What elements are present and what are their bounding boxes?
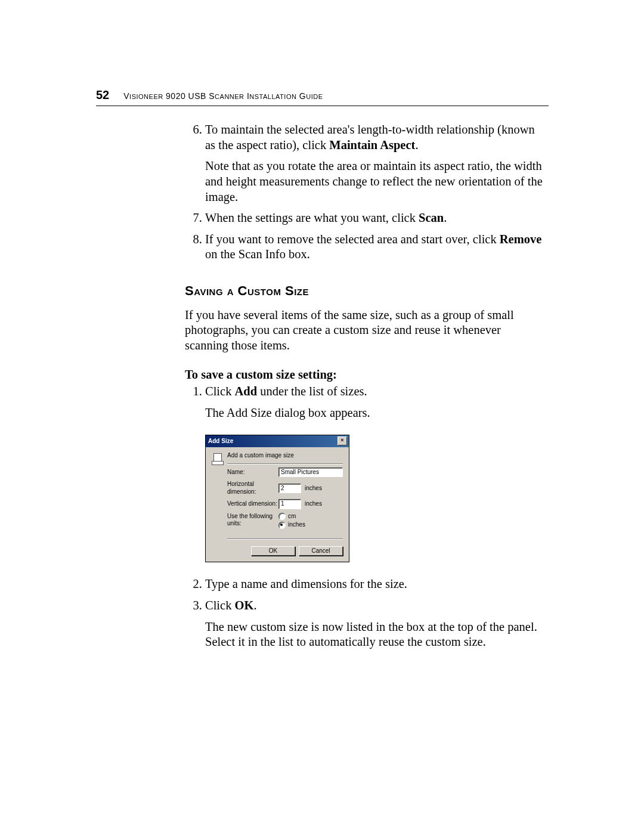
page: 52 VISIONEER 9020 USB SCANNER INSTALLATI…	[0, 0, 644, 833]
name-label: Name:	[227, 469, 278, 476]
header-title: VISIONEER 9020 USB SCANNER INSTALLATION …	[123, 91, 323, 101]
step-6-note: Note that as you rotate the area or main…	[205, 159, 546, 205]
proc-step-3-note: The new custom size is now listed in the…	[205, 620, 546, 650]
dialog-title: Add Size	[208, 438, 233, 445]
section-title: Saving a Custom Size	[185, 283, 546, 299]
dialog-buttons: OK Cancel	[206, 546, 349, 562]
units-row: Use the following units: cm inches	[227, 513, 343, 530]
ok-button[interactable]: OK	[251, 546, 295, 556]
vertical-row: Vertical dimension: 1 inches	[227, 499, 343, 509]
procedure-steps-list-cont: Type a name and dimensions for the size.…	[185, 577, 546, 650]
horizontal-label: Horizontal dimension:	[227, 481, 278, 496]
horizontal-field[interactable]: 2	[278, 484, 301, 494]
horizontal-row: Horizontal dimension: 2 inches	[227, 481, 343, 496]
dialog-form: Name: Small Pictures Horizontal dimensio…	[227, 467, 343, 539]
step-7: When the settings are what you want, cli…	[205, 210, 546, 226]
vertical-label: Vertical dimension:	[227, 500, 278, 508]
cancel-button[interactable]: Cancel	[299, 546, 343, 556]
dialog-instruction-row: Add a custom image size	[212, 452, 343, 467]
proc-step-1: Click Add under the list of sizes. The A…	[205, 384, 546, 420]
close-icon[interactable]: ×	[338, 436, 347, 445]
add-size-dialog-figure: Add Size × Add a custom image size Name:…	[205, 435, 546, 562]
ruler-icon	[212, 452, 222, 465]
vertical-field[interactable]: 1	[278, 499, 301, 509]
proc-step-1-note: The Add Size dialog box appears.	[205, 405, 546, 421]
units-label: Use the following units:	[227, 513, 278, 528]
page-header: 52 VISIONEER 9020 USB SCANNER INSTALLATI…	[96, 88, 549, 106]
radio-inches-option[interactable]: inches	[278, 521, 305, 529]
section-intro: If you have several items of the same si…	[185, 308, 546, 354]
proc-step-2: Type a name and dimensions for the size.	[205, 577, 546, 592]
step-6: To maintain the selected area's length-t…	[205, 122, 546, 205]
dialog-titlebar: Add Size ×	[206, 435, 349, 447]
proc-step-3: Click OK. The new custom size is now lis…	[205, 598, 546, 650]
radio-cm-icon	[278, 513, 286, 520]
name-field[interactable]: Small Pictures	[278, 467, 343, 478]
radio-inches-label: inches	[288, 521, 305, 529]
page-number: 52	[96, 88, 109, 102]
radio-inches-icon	[278, 522, 286, 529]
radio-cm-label: cm	[288, 513, 296, 521]
vertical-unit: inches	[305, 500, 322, 508]
content-area: To maintain the selected area's length-t…	[185, 122, 546, 656]
dialog-body: Add a custom image size Name: Small Pict…	[206, 447, 349, 546]
units-radio-group: cm inches	[278, 513, 305, 530]
step-8: If you want to remove the selected area …	[205, 232, 546, 262]
procedure-subhead: To save a custom size setting:	[185, 367, 546, 383]
name-row: Name: Small Pictures	[227, 467, 343, 478]
horizontal-unit: inches	[305, 485, 322, 493]
radio-cm-option[interactable]: cm	[278, 513, 305, 521]
continued-steps-list: To maintain the selected area's length-t…	[185, 122, 546, 262]
dialog-instruction: Add a custom image size	[227, 452, 343, 464]
procedure-steps-list: Click Add under the list of sizes. The A…	[185, 384, 546, 420]
add-size-dialog: Add Size × Add a custom image size Name:…	[205, 435, 349, 562]
